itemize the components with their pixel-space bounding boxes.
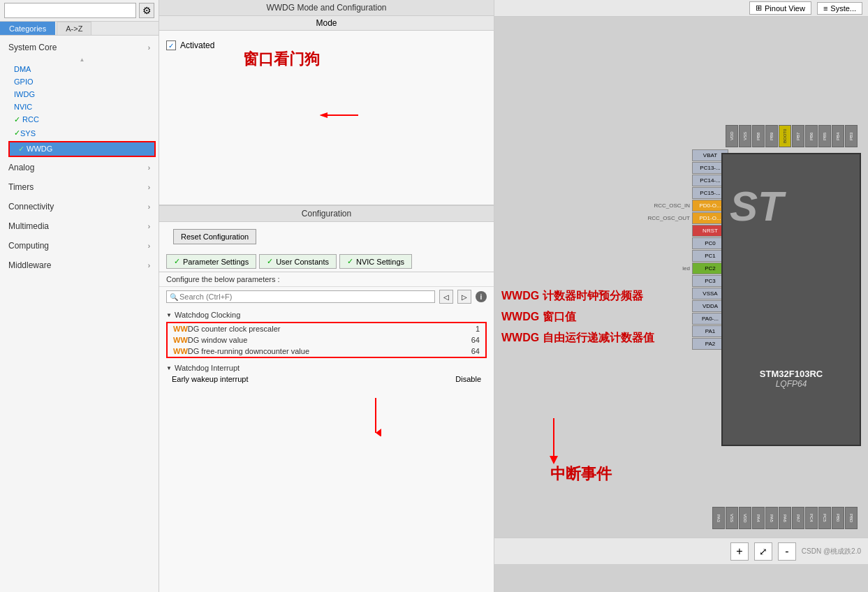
tab-az[interactable]: A->Z (57, 22, 91, 35)
next-arrow-button[interactable]: ▷ (457, 290, 471, 304)
sidebar-item-rcc[interactable]: RCC (6, 113, 159, 126)
chip-logo-text: ST (730, 182, 784, 230)
mode-section-title: Mode (159, 16, 494, 31)
sidebar-item-nvic[interactable]: NVIC (6, 101, 159, 113)
sidebar-item-sys[interactable]: SYS (6, 126, 159, 140)
wwdg-highlight-box: WWDG (8, 141, 156, 157)
pinout-view-button[interactable]: ⊞ Pinout View (749, 1, 811, 15)
fit-button[interactable]: ⤢ (754, 542, 772, 561)
pin-label-pd0: RCC_OSC_IN (634, 202, 690, 209)
params-label: Configure the below parameters : (159, 272, 494, 287)
system-core-items: ▲ DMA GPIO IWDG NVIC RCC SYS WWDG (0, 57, 159, 157)
tree-item-label-suffix-counter: DG free-running downcounter value (188, 347, 309, 355)
sidebar-item-gpio[interactable]: GPIO (6, 75, 159, 88)
pin-row-pc13: PC13-... (634, 162, 728, 174)
system-icon: ≡ (823, 4, 827, 13)
prev-arrow-button[interactable]: ◁ (439, 290, 453, 304)
chevron-icon-multimedia: › (148, 223, 150, 230)
pin-vss2: VSS (726, 507, 738, 529)
tab-label-nvic: NVIC Settings (356, 258, 404, 266)
tree-item-label-window: WWDG window value (173, 336, 247, 344)
interrupt-header[interactable]: Watchdog Interrupt (166, 362, 487, 373)
pin-row-pc3: PC3 (634, 275, 728, 287)
chevron-icon-connectivity: › (148, 203, 150, 211)
gear-icon[interactable]: ⚙ (139, 3, 154, 18)
pin-row-vdda: VDDA (634, 300, 728, 312)
ww-highlight-2: WW (173, 336, 188, 344)
section-computing: Computing › (0, 237, 159, 255)
sidebar-content: System Core › ▲ DMA GPIO IWDG NVIC RCC S… (0, 36, 159, 592)
sidebar-item-wwdg[interactable]: WWDG (10, 142, 154, 156)
search-row: 🔍 ◁ ▷ i (159, 287, 494, 306)
pin-row-nrst: NRST (634, 225, 728, 237)
section-header-middleware[interactable]: Middleware › (0, 256, 159, 274)
section-header-system-core[interactable]: System Core › (0, 38, 159, 57)
zoom-out-button[interactable]: - (778, 542, 796, 561)
section-header-analog[interactable]: Analog › (0, 158, 159, 177)
annotation-interrupt: 中断事件 (550, 464, 612, 484)
pin-pc5: PC5 (818, 507, 831, 529)
pin-row-pc14: PC14-... (634, 175, 728, 186)
section-analog: Analog › (0, 158, 159, 177)
tree-section-header-clocking[interactable]: Watchdog Clocking (166, 309, 487, 320)
tree-item-value-window: 64 (471, 336, 480, 344)
section-header-computing[interactable]: Computing › (0, 237, 159, 255)
pin-pa4: PA4 (752, 507, 765, 529)
section-header-connectivity[interactable]: Connectivity › (0, 198, 159, 216)
ww-highlight-3: WW (173, 347, 188, 355)
reset-config-button[interactable]: Reset Configuration (173, 229, 256, 244)
section-header-timers[interactable]: Timers › (0, 178, 159, 196)
tab-nvic-settings[interactable]: ✓ NVIC Settings (339, 254, 412, 269)
tree-items-red-border: WWDG counter clock prescaler 1 WWDG wind… (166, 322, 487, 358)
tree-item-window[interactable]: WWDG window value 64 (168, 334, 485, 346)
right-top-bar: ⊞ Pinout View ≡ Syste... (494, 0, 868, 17)
chevron-icon-computing: › (148, 242, 150, 250)
sidebar-search-input[interactable] (4, 3, 136, 18)
pin-row-vbat: VBAT (634, 149, 728, 161)
tree-item-prescaler[interactable]: WWDG counter clock prescaler 1 (168, 323, 485, 334)
tree-item-value-counter: 64 (471, 347, 480, 355)
tree-item-label-counter: WWDG free-running downcounter value (173, 347, 309, 355)
center-panel: WWDG Mode and Configuration Mode Activat… (159, 0, 494, 592)
tab-categories[interactable]: Categories (0, 22, 55, 35)
section-header-multimedia[interactable]: Multimedia › (0, 217, 159, 235)
pin-pa5: PA5 (765, 507, 778, 529)
sidebar-item-iwdg[interactable]: IWDG (6, 88, 159, 101)
pin-row-pd0: RCC_OSC_IN PD0-O... (634, 200, 728, 212)
annotation-wwdg-clk: WWDG 计数器时钟预分频器 (501, 289, 643, 304)
interrupt-item-wakeup[interactable]: Early wakeup interrupt Disable (166, 373, 487, 385)
section-label-multimedia: Multimedia (8, 221, 49, 231)
brand-label: CSDN @桃成跌2.0 (802, 547, 861, 556)
tree-item-counter[interactable]: WWDG free-running downcounter value 64 (168, 346, 485, 357)
arrow-interrupt-down (533, 415, 575, 471)
section-label-analog: Analog (8, 163, 34, 172)
pin-pb0: PB0 (832, 507, 844, 529)
pin-label-pc2: led (634, 265, 690, 272)
zoom-in-button[interactable]: + (730, 542, 749, 561)
system-view-label: Syste... (830, 4, 856, 13)
tab-parameter-settings[interactable]: ✓ Parameter Settings (166, 254, 256, 269)
tab-user-constants[interactable]: ✓ User Constants (259, 254, 337, 269)
pin-pb9: PB9 (765, 125, 778, 147)
pin-row-pd1: RCC_OSC_OUT PD1-O... (634, 212, 728, 224)
chip-body: ST STM32F103RC LQFP64 (721, 153, 861, 446)
activated-checkbox[interactable] (166, 40, 176, 50)
pin-row-pc2: led PC2 (634, 262, 728, 274)
chip-area: VDD VSS PB8 PB9 BOOT0 PB7 PB6 PB5 PB4 PB… (494, 17, 868, 564)
pin-vdd2: VDD (739, 507, 751, 529)
pin-pa7: PA7 (792, 507, 804, 529)
check-icon-user: ✓ (267, 257, 273, 266)
search-input[interactable] (179, 293, 432, 301)
ww-highlight-1: WW (173, 325, 188, 333)
sidebar-item-dma[interactable]: DMA (6, 63, 159, 75)
params-tree: Watchdog Clocking WWDG counter clock pre… (159, 306, 494, 592)
section-connectivity: Connectivity › (0, 198, 159, 216)
tab-label-param: Parameter Settings (183, 258, 249, 266)
tab-label-user: User Constants (276, 258, 329, 266)
annotation-wwdg-window: WWDG 窗口值 (501, 310, 576, 325)
pin-row-vssa: VSSA (634, 288, 728, 299)
chevron-icon-timers: › (148, 184, 150, 191)
chip-name-area: STM32F103RC LQFP64 (760, 369, 823, 389)
pin-row-pc15: PC15-... (634, 187, 728, 199)
system-view-button[interactable]: ≡ Syste... (817, 2, 862, 15)
